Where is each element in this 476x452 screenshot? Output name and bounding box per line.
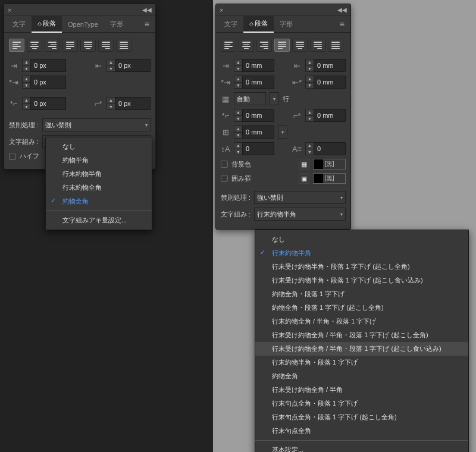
- align-justify-center-button[interactable]: [80, 39, 96, 52]
- tab-paragraph[interactable]: ◇段落: [243, 15, 274, 33]
- tab-character[interactable]: 文字: [7, 16, 32, 32]
- space-before-icon: *⌐: [221, 111, 230, 120]
- alignment-row: [9, 37, 151, 53]
- stepper[interactable]: ▲▼: [22, 97, 30, 110]
- dropdown-item-settings[interactable]: 文字組みアキ量設定...: [46, 214, 152, 227]
- stepper[interactable]: ▲▼: [234, 125, 242, 139]
- lastline-indent-icon: ⇤*: [292, 77, 302, 87]
- dropcap-chars-input[interactable]: 0: [314, 142, 346, 155]
- left-indent-input[interactable]: 0 px: [30, 59, 66, 72]
- tab-glyph[interactable]: 字形: [104, 16, 129, 32]
- space-before-icon: *⌐: [9, 99, 18, 108]
- stepper[interactable]: ▲▼: [305, 109, 314, 122]
- hyphenation-checkbox[interactable]: [9, 153, 16, 160]
- dropdown-item[interactable]: 行末句点全角: [255, 424, 468, 438]
- dropdown-item[interactable]: なし: [46, 140, 152, 153]
- align-justify-all-button[interactable]: [116, 39, 131, 52]
- align-justify-all-button[interactable]: [328, 39, 343, 52]
- lastline-indent-input[interactable]: 0 mm: [314, 76, 346, 89]
- border-swatch[interactable]: [黒]: [313, 173, 346, 184]
- dropdown-item[interactable]: 約物半角: [46, 153, 152, 167]
- dropdown-item[interactable]: 行末約物半角・段落 1 字下げ: [255, 356, 468, 369]
- dropdown-item[interactable]: 行末受け約物全角 / 半角: [255, 383, 468, 397]
- stepper[interactable]: ▲▼: [234, 142, 242, 155]
- dropdown-item[interactable]: 約物全角・段落 1 字下げ: [255, 287, 468, 301]
- dropdown-item[interactable]: 約物全角: [255, 369, 468, 383]
- align-justify-left-button[interactable]: [274, 39, 290, 52]
- stepper[interactable]: ▲▼: [305, 59, 314, 72]
- dropdown-item[interactable]: なし: [255, 233, 468, 246]
- stepper[interactable]: ▲▼: [234, 109, 242, 122]
- firstline-indent-input[interactable]: 0 px: [30, 76, 66, 89]
- space-after-input[interactable]: 0 mm: [314, 109, 346, 122]
- dropdown-item[interactable]: 行末句点全角・段落 1 字下げ: [255, 397, 468, 410]
- stepper[interactable]: ▲▼: [234, 59, 242, 72]
- border-options-icon[interactable]: ▣: [299, 173, 309, 184]
- kinsoku-select[interactable]: 強い禁則▾: [254, 191, 346, 204]
- border-label: 囲み罫: [231, 174, 251, 183]
- offset-input[interactable]: 0 mm: [242, 125, 274, 139]
- border-checkbox[interactable]: [221, 175, 228, 182]
- align-center-button[interactable]: [239, 39, 254, 52]
- stepper[interactable]: ▲▼: [22, 59, 30, 72]
- right-indent-input[interactable]: 0 mm: [314, 59, 346, 72]
- grid-select[interactable]: 自動: [234, 92, 266, 105]
- align-left-button[interactable]: [9, 39, 24, 52]
- dropcap-lines-input[interactable]: 0: [242, 142, 274, 155]
- panel-menu-icon[interactable]: ≡: [336, 20, 348, 29]
- stepper[interactable]: ▲▼: [305, 142, 314, 155]
- kinsoku-select[interactable]: 強い禁則▾: [42, 118, 151, 131]
- stepper[interactable]: ▲▼: [107, 97, 115, 110]
- dropdown-item[interactable]: 約物全角・段落 1 字下げ (起こし全角): [255, 301, 468, 315]
- space-before-input[interactable]: 0 px: [30, 97, 66, 110]
- close-icon[interactable]: ×: [8, 7, 11, 14]
- dropdown-item[interactable]: 行末約物半角: [46, 167, 152, 181]
- offset-unit-dropdown[interactable]: ▾: [278, 125, 287, 139]
- panel-menu-icon[interactable]: ≡: [141, 20, 153, 29]
- tabs-right: 文字 ◇段落 字形 ≡: [216, 16, 350, 33]
- grid-icon: ▦: [221, 94, 230, 103]
- dropdown-item[interactable]: 行末受け約物半角・段落 1 字下げ (起こし食い込み): [255, 274, 468, 287]
- dropdown-item[interactable]: 行末約物全角: [46, 181, 152, 194]
- tab-glyph[interactable]: 字形: [274, 16, 299, 32]
- align-justify-left-button[interactable]: [62, 39, 78, 52]
- stepper[interactable]: ▲▼: [107, 59, 115, 72]
- firstline-indent-input[interactable]: 0 mm: [242, 76, 274, 89]
- dropdown-item[interactable]: 行末受け約物全角 / 半角・段落 1 字下げ (起こし全角): [255, 328, 468, 342]
- mojikumi-label: 文字組み :: [9, 137, 39, 146]
- bgcolor-checkbox[interactable]: [221, 161, 228, 168]
- left-indent-input[interactable]: 0 mm: [242, 59, 274, 72]
- tab-opentype[interactable]: OpenType: [62, 17, 104, 32]
- space-after-input[interactable]: 0 px: [115, 97, 151, 110]
- dropdown-item[interactable]: 行末受け約物全角 / 半角・段落 1 字下げ (起こし食い込み): [255, 342, 468, 356]
- bgcolor-options-icon[interactable]: ▦: [299, 159, 309, 170]
- stepper[interactable]: ▲▼: [234, 76, 242, 89]
- dropdown-item[interactable]: 行末句点全角・段落 1 字下げ (起こし全角): [255, 410, 468, 424]
- align-right-button[interactable]: [45, 39, 60, 52]
- align-justify-right-button[interactable]: [310, 39, 325, 52]
- indent-left-icon: ⇥: [9, 61, 18, 70]
- indent-right-icon: ⇤: [93, 61, 103, 70]
- space-before-input[interactable]: 0 mm: [242, 109, 274, 122]
- dropdown-item[interactable]: ✓約物全角: [46, 194, 152, 208]
- stepper[interactable]: ▲▼: [22, 76, 30, 89]
- align-justify-center-button[interactable]: [292, 39, 308, 52]
- stepper[interactable]: ▲▼: [305, 76, 314, 89]
- bgcolor-swatch[interactable]: [黒]: [313, 159, 346, 170]
- collapse-icon[interactable]: ◀◀: [142, 7, 152, 13]
- align-right-button[interactable]: [256, 39, 272, 52]
- grid-unit-dropdown[interactable]: ▾: [270, 92, 279, 105]
- dropdown-item[interactable]: 行末約物全角 / 半角・段落 1 字下げ: [255, 315, 468, 328]
- close-icon[interactable]: ×: [220, 7, 223, 14]
- align-center-button[interactable]: [27, 39, 42, 52]
- tab-character[interactable]: 文字: [218, 16, 243, 32]
- align-left-button[interactable]: [221, 39, 236, 52]
- dropdown-item-basic[interactable]: 基本設定...: [255, 443, 468, 452]
- dropdown-item[interactable]: ✓行末約物半角: [255, 246, 468, 260]
- align-justify-right-button[interactable]: [98, 39, 114, 52]
- dropdown-item[interactable]: 行末受け約物半角・段落 1 字下げ (起こし全角): [255, 260, 468, 274]
- tab-paragraph[interactable]: ◇段落: [32, 15, 62, 33]
- collapse-icon[interactable]: ◀◀: [337, 7, 347, 13]
- mojikumi-select[interactable]: 行末約物半角▾: [254, 208, 346, 221]
- right-indent-input[interactable]: 0 px: [115, 59, 151, 72]
